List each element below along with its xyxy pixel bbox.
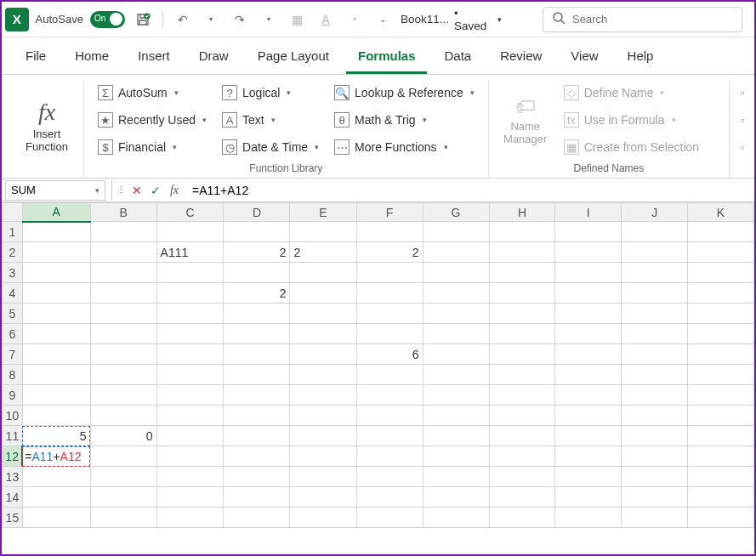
tab-draw[interactable]: Draw (187, 40, 241, 74)
save-icon[interactable] (132, 9, 154, 31)
more-functions-button[interactable]: ⋯More Functions▾ (329, 134, 480, 160)
datetime-button[interactable]: ◷Date & Time▾ (217, 134, 324, 160)
row-header[interactable]: 5 (3, 304, 23, 324)
text-button[interactable]: AText▾ (217, 107, 324, 133)
overflow-1[interactable]: ▫ (738, 80, 746, 105)
row-header[interactable]: 2 (3, 242, 23, 263)
lookup-button[interactable]: 🔍Lookup & Reference▾ (329, 80, 480, 105)
cell[interactable]: 2 (290, 242, 356, 263)
row-header[interactable]: 13 (3, 467, 23, 487)
overflow-3[interactable]: ▫ (738, 134, 746, 160)
search-input[interactable] (572, 13, 733, 26)
tab-file[interactable]: File (14, 40, 58, 74)
col-header-E[interactable]: E (290, 203, 356, 222)
name-manager-button[interactable]: 🏷 Name Manager (497, 80, 554, 161)
function-library-label: Function Library (93, 161, 480, 178)
col-header-B[interactable]: B (90, 203, 156, 222)
tab-insert[interactable]: Insert (126, 40, 182, 74)
search-icon (552, 11, 566, 28)
col-header-K[interactable]: K (688, 203, 754, 222)
cell-A12-editing[interactable]: =A11+A12 (22, 446, 90, 467)
qat-customize-icon[interactable]: ⌄ (372, 9, 394, 31)
group-defined-names: 🏷 Name Manager ◇Define Name▾ fxUse in Fo… (489, 80, 730, 178)
tab-home[interactable]: Home (63, 40, 121, 74)
redo-dropdown-icon[interactable]: ▾ (258, 9, 280, 31)
row-header[interactable]: 14 (3, 487, 23, 508)
row-header[interactable]: 6 (3, 324, 23, 344)
spreadsheet-grid[interactable]: A B C D E F G H I J K 1 2A111222 3 42 5 … (2, 202, 754, 528)
cell[interactable]: A111 (156, 242, 224, 263)
formula-input[interactable] (185, 180, 749, 201)
chevron-down-icon[interactable]: ▾ (95, 186, 99, 195)
text-icon: A (222, 112, 237, 128)
autosave-label: AutoSave (36, 13, 83, 26)
col-header-C[interactable]: C (156, 203, 224, 222)
grid-area: A B C D E F G H I J K 1 2A111222 3 42 5 … (2, 202, 754, 528)
cell[interactable]: 6 (356, 344, 423, 365)
cell[interactable]: 0 (90, 426, 156, 446)
svg-point-1 (554, 13, 562, 21)
financial-button[interactable]: $Financial▾ (93, 134, 212, 160)
row-header[interactable]: 7 (3, 344, 23, 365)
defined-names-label: Defined Names (497, 161, 720, 178)
col-header-F[interactable]: F (356, 203, 423, 222)
cell[interactable]: 2 (224, 242, 290, 263)
row-header[interactable]: 9 (3, 385, 23, 406)
overflow-2[interactable]: ▫ (738, 107, 746, 133)
create-selection-button[interactable]: ▦Create from Selection (559, 134, 704, 160)
logical-button[interactable]: ?Logical▾ (217, 80, 324, 105)
row-header[interactable]: 11 (3, 426, 23, 446)
row-header[interactable]: 15 (3, 508, 23, 528)
tab-formulas[interactable]: Formulas (346, 40, 428, 74)
autosave-toggle[interactable]: On (90, 11, 125, 28)
col-header-H[interactable]: H (489, 203, 555, 222)
recently-used-button[interactable]: ★Recently Used▾ (93, 107, 212, 133)
search-box[interactable] (543, 7, 742, 32)
fx-icon: fx (38, 99, 55, 126)
mathtrig-button[interactable]: θMath & Trig▾ (329, 107, 480, 133)
define-icon: ◇ (564, 85, 579, 100)
tab-pagelayout[interactable]: Page Layout (246, 40, 341, 74)
formula-bar: SUM ▾ ⋮ ✕ ✓ fx (2, 179, 754, 202)
col-header-D[interactable]: D (224, 203, 290, 222)
qat-button-2[interactable]: A (315, 9, 337, 31)
tab-data[interactable]: Data (432, 40, 483, 74)
row-header[interactable]: 12 (3, 446, 23, 467)
redo-icon[interactable]: ↷ (229, 9, 251, 31)
name-box[interactable]: SUM ▾ (5, 180, 105, 201)
formula-ref-icon: fx (564, 112, 579, 128)
group-insert-function: fx Insert Function (10, 80, 84, 178)
tab-review[interactable]: Review (488, 40, 554, 74)
cancel-formula-button[interactable]: ✕ (128, 181, 146, 200)
svg-line-2 (561, 20, 565, 24)
more-icon: ⋯ (334, 139, 350, 155)
col-header-A[interactable]: A (22, 203, 90, 222)
col-header-G[interactable]: G (423, 203, 489, 222)
row-header[interactable]: 10 (3, 406, 23, 426)
row-header[interactable]: 3 (3, 263, 23, 283)
row-header[interactable]: 1 (3, 222, 23, 242)
qat-dropdown[interactable]: ▾ (344, 9, 366, 31)
insert-function-button[interactable]: fx Insert Function (19, 80, 75, 173)
enter-formula-button[interactable]: ✓ (146, 181, 165, 200)
cell[interactable]: 2 (224, 283, 290, 304)
group-function-library: ΣAutoSum▾ ★Recently Used▾ $Financial▾ ?L… (84, 80, 489, 178)
row-header[interactable]: 4 (3, 283, 23, 304)
undo-dropdown-icon[interactable]: ▾ (201, 9, 223, 31)
cell-A11[interactable]: 5 (22, 426, 90, 446)
autosum-button[interactable]: ΣAutoSum▾ (93, 80, 212, 105)
col-header-J[interactable]: J (622, 203, 688, 222)
tab-view[interactable]: View (559, 40, 610, 74)
fx-button[interactable]: fx (165, 181, 184, 200)
select-all-corner[interactable] (3, 203, 23, 222)
row-header[interactable]: 8 (3, 365, 23, 385)
use-in-formula-button[interactable]: fxUse in Formula▾ (559, 107, 704, 133)
col-header-I[interactable]: I (555, 203, 622, 222)
document-title[interactable]: Book11... • Saved ▾ (401, 7, 502, 32)
undo-icon[interactable]: ↶ (172, 9, 194, 31)
qat-button-1[interactable]: ▦ (286, 9, 308, 31)
define-name-button[interactable]: ◇Define Name▾ (559, 80, 704, 105)
cell[interactable]: 2 (356, 242, 423, 263)
tab-help[interactable]: Help (616, 40, 666, 74)
excel-icon: X (5, 8, 29, 31)
